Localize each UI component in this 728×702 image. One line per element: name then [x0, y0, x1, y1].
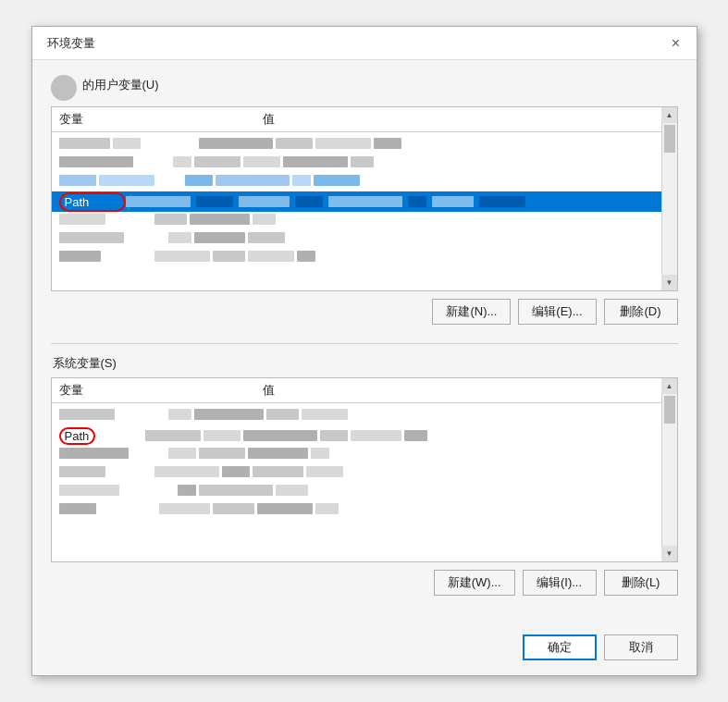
scroll-track	[662, 123, 677, 275]
cancel-button[interactable]: 取消	[604, 634, 678, 660]
dialog-body: 的用户变量(U) 变量 值	[32, 60, 697, 625]
ok-button[interactable]: 确定	[523, 634, 597, 660]
user-section-header: 的用户变量(U)	[51, 75, 678, 101]
sys-scroll-up-arrow[interactable]: ▲	[661, 378, 677, 394]
sys-scroll-track	[662, 394, 677, 546]
close-button[interactable]: ×	[667, 34, 685, 53]
user-row-blur-6[interactable]	[59, 249, 654, 264]
user-buttons-row: 新建(N)... 编辑(E)... 删除(D)	[51, 299, 678, 325]
user-row-blur-5[interactable]	[59, 230, 654, 245]
user-path-circle: Path	[59, 192, 126, 212]
sys-path-circle: Path	[59, 427, 96, 445]
bottom-buttons-row: 确定 取消	[32, 625, 697, 675]
user-path-value-blocks	[126, 196, 654, 207]
dialog-title: 环境变量	[47, 35, 95, 52]
user-section-title: 的用户变量(U)	[80, 77, 159, 93]
system-edit-button[interactable]: 编辑(I)...	[523, 570, 597, 596]
system-new-button[interactable]: 新建(W)...	[434, 570, 515, 596]
system-section-title: 系统变量(S)	[51, 355, 678, 372]
system-delete-button[interactable]: 删除(L)	[604, 570, 678, 596]
sys-row-blur-5[interactable]	[59, 483, 654, 498]
system-table-header: 变量 值	[52, 378, 677, 403]
user-table-header: 变量 值	[52, 107, 677, 132]
sys-scroll-down-arrow[interactable]: ▼	[661, 546, 677, 561]
user-edit-button[interactable]: 编辑(E)...	[518, 299, 596, 325]
system-variables-table[interactable]: 变量 值	[51, 377, 678, 562]
sys-path-label: Path	[59, 427, 110, 445]
user-row-blur-3[interactable]	[59, 173, 654, 188]
user-path-row[interactable]: Path	[52, 191, 661, 212]
environment-variables-dialog: 环境变量 × 的用户变量(U) 变量 值	[31, 26, 697, 676]
system-col-val: 值	[263, 382, 670, 399]
user-col-val: 值	[263, 111, 670, 128]
system-col-var: 变量	[59, 382, 263, 399]
sys-path-row[interactable]: Path	[52, 425, 661, 446]
sys-row-blur-1[interactable]	[59, 407, 654, 422]
sys-row-blur-6[interactable]	[59, 501, 654, 516]
scroll-up-arrow[interactable]: ▲	[661, 107, 677, 123]
user-variables-table[interactable]: 变量 值	[51, 106, 678, 291]
sys-scroll-thumb	[664, 396, 675, 424]
user-path-label: Path	[65, 195, 120, 209]
title-bar: 环境变量 ×	[32, 27, 697, 60]
user-delete-button[interactable]: 删除(D)	[604, 299, 678, 325]
section-divider	[51, 343, 678, 344]
user-col-var: 变量	[59, 111, 263, 128]
system-buttons-row: 新建(W)... 编辑(I)... 删除(L)	[51, 570, 678, 596]
user-row-blur-4[interactable]	[59, 212, 654, 227]
user-avatar-icon	[51, 75, 77, 101]
sys-row-blur-3[interactable]	[59, 446, 654, 461]
user-row-blur-2[interactable]	[59, 154, 654, 169]
user-row-blur-1[interactable]	[59, 136, 654, 151]
user-new-button[interactable]: 新建(N)...	[432, 299, 511, 325]
scroll-down-arrow[interactable]: ▼	[661, 275, 677, 290]
system-table-scrollbar[interactable]: ▲ ▼	[661, 378, 677, 561]
user-table-rows: Path	[52, 132, 677, 271]
scroll-thumb	[664, 125, 675, 153]
sys-row-blur-4[interactable]	[59, 464, 654, 479]
user-table-scrollbar[interactable]: ▲ ▼	[661, 107, 677, 290]
system-variables-section: 系统变量(S) 变量 值	[51, 355, 678, 599]
user-variables-section: 的用户变量(U) 变量 值	[51, 75, 678, 328]
system-table-rows: Path	[52, 403, 677, 523]
